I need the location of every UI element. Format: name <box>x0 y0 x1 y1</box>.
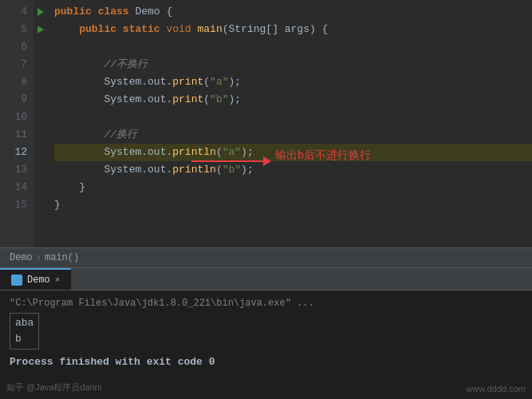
code-line-9: System.out.print("b"); <box>54 91 532 109</box>
breadcrumb-bar: Demo › main() <box>0 247 532 268</box>
code-line-13: System.out.println("b"); <box>54 161 532 179</box>
run-indicators <box>33 0 48 247</box>
code-content: public class Demo { public static void m… <box>48 0 532 247</box>
code-line-5: public static void main(String[] args) { <box>54 21 532 38</box>
breadcrumb-method: main() <box>45 252 79 263</box>
terminal-header: Demo × <box>0 268 532 290</box>
line-num-13: 13 <box>0 161 27 179</box>
line-num-6: 6 <box>0 38 27 56</box>
line-num-8: 8 <box>0 73 27 91</box>
line-numbers: 4 5 6 7 8 9 10 11 12 13 14 15 <box>0 0 33 247</box>
run-btn-line5[interactable] <box>33 21 48 38</box>
output-line-1: aba <box>15 315 33 331</box>
line-num-14: 14 <box>0 179 27 196</box>
terminal-panel: Demo × "C:\Program Files\Java\jdk1.8.0_2… <box>0 268 532 399</box>
output-line-2: b <box>15 331 33 347</box>
line-num-4: 4 <box>0 3 27 21</box>
line-num-12: 12 <box>0 144 27 161</box>
run-triangle-icon <box>37 8 44 16</box>
code-line-4: public class Demo { <box>54 3 532 21</box>
terminal-output-box: aba b <box>10 313 39 350</box>
watermark-right: www.dddd.com <box>466 384 526 393</box>
process-status: Process finished with exit code 0 <box>10 354 522 370</box>
terminal-tab-label: Demo <box>27 275 50 286</box>
terminal-tab-demo[interactable]: Demo × <box>0 268 71 290</box>
code-line-7: //不换行 <box>54 56 532 73</box>
code-line-8: System.out.print("a"); <box>54 73 532 91</box>
terminal-icon <box>11 275 22 286</box>
run-btn-line4[interactable] <box>33 3 48 21</box>
code-line-15: } <box>54 196 532 214</box>
terminal-body: "C:\Program Files\Java\jdk1.8.0_221\bin\… <box>0 290 532 375</box>
line-num-7: 7 <box>0 56 27 73</box>
code-line-6 <box>54 38 532 56</box>
code-line-14: } <box>54 179 532 196</box>
tab-close-button[interactable]: × <box>55 275 61 285</box>
terminal-command: "C:\Program Files\Java\jdk1.8.0_221\bin\… <box>10 295 522 311</box>
terminal-area: Demo × "C:\Program Files\Java\jdk1.8.0_2… <box>0 268 532 399</box>
run-triangle-icon-2 <box>37 26 44 34</box>
code-line-12: System.out.println("a"); <box>54 144 532 161</box>
code-line-11: //换行 <box>54 126 532 144</box>
breadcrumb-class: Demo <box>10 252 33 263</box>
breadcrumb-separator: › <box>36 252 41 263</box>
line-num-11: 11 <box>0 126 27 144</box>
line-num-9: 9 <box>0 91 27 109</box>
line-num-10: 10 <box>0 109 27 126</box>
code-line-10 <box>54 109 532 126</box>
line-num-5: 5 <box>0 21 27 38</box>
code-editor: 4 5 6 7 8 9 10 11 12 13 14 15 <box>0 0 532 247</box>
line-num-15: 15 <box>0 196 27 214</box>
watermark-left: 知乎 @Java程序员danni <box>6 381 101 393</box>
